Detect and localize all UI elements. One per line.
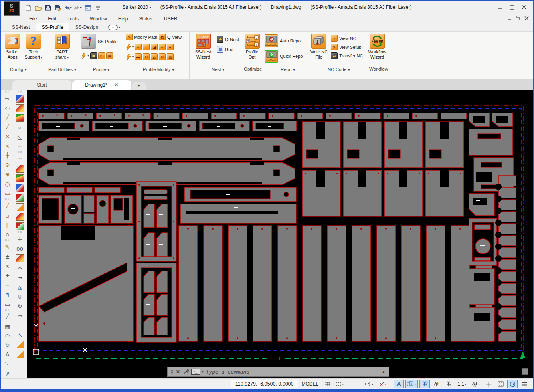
tool-part-orange-2-icon[interactable] — [16, 350, 24, 358]
modify-bolt-1-caret-icon[interactable]: ▾ — [132, 45, 134, 49]
menu-file[interactable]: File — [24, 15, 42, 22]
menu-window[interactable]: Window — [84, 15, 113, 22]
view-nc-button[interactable]: ⌕ View NC — [331, 35, 363, 42]
tool-offset-icon[interactable]: ∥ — [3, 220, 12, 230]
profile-tool-1-icon[interactable]: ▣ — [90, 52, 97, 59]
modify-tool-2-icon[interactable]: ↔ — [143, 44, 150, 50]
layout-switch-button[interactable] — [83, 4, 92, 12]
tool-square-icon[interactable]: ▫ — [3, 211, 12, 220]
object-snap-lightning-button[interactable] — [431, 380, 442, 388]
command-input[interactable] — [206, 369, 380, 375]
modify-bolt-2-caret-icon[interactable]: ▾ — [132, 55, 134, 59]
tool-view-red-icon[interactable] — [16, 222, 24, 230]
menu-striker[interactable]: Striker — [133, 15, 158, 22]
tool-polyline-icon[interactable]: ╱ — [3, 122, 12, 132]
object-snap-button[interactable] — [419, 380, 430, 388]
tool-pencil-yellow-icon[interactable] — [16, 254, 24, 262]
modify-tool-1-icon[interactable]: ⌐ — [135, 44, 142, 50]
tool-ruler-icon[interactable]: ⊢ — [15, 142, 25, 151]
tool-fillet-icon[interactable]: ╱ — [3, 201, 12, 211]
graphics-performance-button[interactable] — [507, 380, 518, 388]
close-button[interactable] — [521, 5, 527, 11]
tech-support-button[interactable]: ? Tech Support ▾ — [24, 34, 44, 71]
toolbar-grip-handle-4[interactable]: ⠿⠿ — [5, 309, 10, 312]
polar-caret-icon[interactable]: ▾ — [372, 382, 373, 386]
workflow-wizard-button[interactable]: WW Workflow Wizard — [367, 34, 388, 71]
customize-qat-button[interactable] — [93, 4, 102, 12]
tool-point-icon[interactable]: ┼ — [3, 151, 12, 160]
tool-zoom-object-icon[interactable]: ⌕ — [15, 123, 25, 132]
settings-gear-button[interactable]: ▾ — [470, 380, 482, 388]
mdi-minimize-button[interactable] — [507, 16, 512, 22]
profile-run-bolt-icon[interactable] — [81, 53, 87, 59]
modify-bolt-2-icon[interactable] — [126, 54, 131, 60]
tool-draw-check-icon[interactable] — [16, 165, 24, 173]
tool-view-3d-icon[interactable] — [16, 95, 24, 103]
redo-button[interactable]: ▾ — [73, 4, 82, 12]
profile-tool-3-icon[interactable]: ▦ — [106, 52, 113, 59]
tool-nest-view-icon[interactable] — [16, 203, 24, 211]
snap-mode-button[interactable]: ▾ — [334, 380, 346, 388]
tool-mirror-icon[interactable]: ◮ — [15, 282, 25, 292]
tool-slot-icon[interactable]: ∩ — [3, 230, 12, 240]
toolbar-grip-handle-2[interactable]: ⠿⠿ — [5, 198, 10, 201]
mdi-close-button[interactable] — [524, 16, 529, 22]
striker-toolbar-grip[interactable]: ⠿⠿ — [17, 91, 22, 94]
tool-note-icon[interactable] — [16, 213, 24, 221]
tool-edit-part-icon[interactable] — [16, 104, 24, 112]
tool-text-icon[interactable]: A — [3, 350, 12, 360]
annotation-scale-caret-icon[interactable]: ▾ — [465, 382, 466, 386]
ortho-mode-button[interactable] — [351, 380, 361, 388]
tool-circle-center-icon[interactable]: ⊙ — [3, 160, 12, 170]
menu-edit[interactable]: Edit — [42, 15, 62, 22]
q-view-label[interactable]: Q-View — [167, 35, 182, 40]
tool-measure-icon[interactable]: ⇗ — [3, 369, 12, 378]
tool-zoom-out-icon[interactable]: − — [3, 280, 12, 290]
dynamic-input-button[interactable] — [394, 380, 404, 388]
menu-help[interactable]: Help — [113, 15, 134, 22]
save-as-button[interactable] — [53, 4, 62, 12]
tool-zoom-extents-icon[interactable]: ± — [3, 252, 12, 261]
canvas-resize-grip[interactable] — [522, 368, 528, 375]
undo-button[interactable]: ▾ — [63, 4, 72, 12]
modify-tool-3-icon[interactable]: ◪ — [151, 44, 158, 50]
customize-wrench-icon[interactable] — [183, 369, 189, 375]
tool-star-burst-icon[interactable] — [16, 114, 24, 122]
toolbar-grip-handle[interactable]: ⠿⠿ — [5, 91, 10, 94]
tool-profile-shape-icon[interactable]: ◺ — [15, 132, 25, 142]
tool-arc-icon[interactable]: ○ — [3, 179, 12, 189]
settings-caret-icon[interactable]: ▾ — [478, 382, 480, 386]
modify-tool-5-icon[interactable]: ▸ — [167, 44, 174, 50]
tool-magnet-icon[interactable]: ∪ — [15, 292, 25, 301]
tab-ss-design[interactable]: SS-Design — [69, 23, 104, 31]
minimize-button[interactable] — [497, 5, 503, 11]
palette-list-button[interactable] — [495, 380, 506, 388]
mdi-restore-button[interactable] — [516, 16, 520, 22]
drawing-canvas[interactable]: -1- Y X ⣿ ✕ >_ ▾ ▲ — [27, 90, 533, 378]
tool-zoom-previous-icon[interactable]: ↰ — [3, 290, 12, 299]
selection-cycling-button[interactable]: ▾ — [405, 380, 418, 388]
app-logo-icon[interactable]: S 20 — [4, 1, 20, 16]
modify-tool-4-icon[interactable]: ⌐ — [159, 44, 166, 50]
grid-display-button[interactable] — [322, 380, 332, 388]
tool-star-blue-icon[interactable] — [16, 184, 24, 192]
tool-list-settings-icon[interactable]: ≔ — [15, 154, 25, 164]
save-button[interactable] — [44, 4, 52, 12]
tool-rotate-icon[interactable]: ↻ — [3, 341, 12, 350]
tool-rectangle-icon[interactable]: ▭ — [3, 189, 12, 198]
tool-circle-handles-icon[interactable]: ⊕ — [3, 170, 12, 179]
profile-tool-2-icon[interactable]: ◳ — [98, 52, 105, 59]
tool-zoom-in-icon[interactable]: + — [3, 271, 12, 281]
profile-opt-button[interactable]: 321 Profile Opt — [243, 34, 261, 71]
menu-tools[interactable]: Tools — [62, 15, 84, 22]
tool-box-3d-icon[interactable]: ▱ — [15, 311, 25, 321]
striker-toolbar-grip-3[interactable]: ⠿⠿ — [17, 231, 22, 234]
tool-copy-circles-icon[interactable]: oo — [15, 244, 25, 253]
tool-star-yellow-icon[interactable] — [16, 174, 24, 182]
write-nc-file-button[interactable]: Write NC File — [309, 34, 329, 71]
tool-view-color-icon[interactable] — [16, 194, 24, 202]
command-bar-close-icon[interactable]: ✕ — [176, 369, 180, 375]
tool-extend-icon[interactable]: ⇢ — [15, 273, 25, 282]
command-history-up-icon[interactable]: ▲ — [382, 370, 386, 374]
transfer-nc-button[interactable]: ⇄ Transfer NC — [331, 52, 363, 59]
